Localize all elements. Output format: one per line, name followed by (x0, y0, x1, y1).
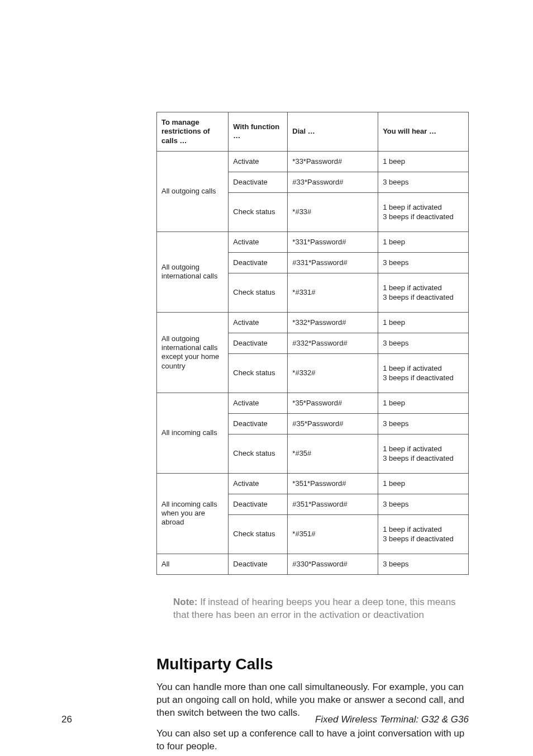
cell-hear: 1 beep (378, 231, 469, 252)
cell-dial: *#33# (288, 193, 378, 232)
table-row: All incoming calls when you are abroad A… (157, 473, 469, 494)
cell-dial: *35*Password# (288, 393, 378, 413)
group-label: All outgoing calls (157, 151, 229, 231)
body-paragraph-2: You can also set up a conference call to… (156, 727, 469, 753)
cell-dial: #35*Password# (288, 414, 378, 434)
group-label: All outgoing international calls (157, 231, 229, 312)
group-label: All (157, 554, 229, 574)
cell-dial: *#35# (288, 434, 378, 474)
cell-func: Check status (229, 273, 288, 313)
page-footer: 26 Fixed Wireless Terminal: G32 & G36 (61, 714, 469, 725)
cell-hear: 1 beep if activated3 beeps if deactivate… (378, 515, 469, 554)
cell-func: Deactivate (229, 172, 288, 193)
header-col2: With function … (229, 112, 288, 152)
group-label: All incoming calls when you are abroad (157, 473, 229, 554)
cell-hear: 1 beep if activated3 beeps if deactivate… (378, 354, 469, 393)
cell-func: Check status (229, 434, 288, 474)
table-row: All incoming calls Activate *35*Password… (157, 393, 469, 413)
group-label: All outgoing international calls except … (157, 312, 229, 393)
cell-func: Deactivate (229, 554, 288, 574)
cell-hear: 1 beep (378, 393, 469, 413)
header-col1: To manage restrictions of calls … (157, 112, 229, 152)
cell-func: Activate (229, 473, 288, 494)
table-row: All outgoing international calls Activat… (157, 231, 469, 252)
cell-hear: 3 beeps (378, 172, 469, 193)
cell-func: Deactivate (229, 494, 288, 515)
cell-func: Deactivate (229, 333, 288, 354)
cell-dial: #332*Password# (288, 333, 378, 354)
section-heading: Multiparty Calls (156, 655, 469, 673)
cell-func: Check status (229, 354, 288, 393)
cell-func: Activate (229, 393, 288, 413)
cell-dial: *#351# (288, 515, 378, 554)
cell-func: Deactivate (229, 414, 288, 434)
cell-func: Activate (229, 151, 288, 172)
cell-dial: *331*Password# (288, 231, 378, 252)
restrictions-table: To manage restrictions of calls … With f… (156, 112, 469, 575)
cell-hear: 3 beeps (378, 253, 469, 273)
cell-func: Check status (229, 193, 288, 232)
header-col4: You will hear … (378, 112, 469, 152)
cell-hear: 1 beep (378, 473, 469, 494)
table-row: All outgoing calls Activate *33*Password… (157, 151, 469, 172)
cell-hear: 3 beeps (378, 494, 469, 515)
cell-hear: 1 beep if activated3 beeps if deactivate… (378, 193, 469, 232)
cell-hear: 1 beep (378, 151, 469, 172)
cell-hear: 1 beep if activated3 beeps if deactivate… (378, 273, 469, 313)
cell-hear: 3 beeps (378, 554, 469, 574)
cell-hear: 3 beeps (378, 414, 469, 434)
cell-func: Check status (229, 515, 288, 554)
table-row: All outgoing international calls except … (157, 312, 469, 333)
note-label: Note: (173, 597, 197, 607)
cell-dial: *#331# (288, 273, 378, 313)
cell-dial: *351*Password# (288, 473, 378, 494)
table-row: All Deactivate #330*Password# 3 beeps (157, 554, 469, 574)
cell-dial: #331*Password# (288, 253, 378, 273)
footer-title: Fixed Wireless Terminal: G32 & G36 (315, 714, 469, 725)
cell-dial: #33*Password# (288, 172, 378, 193)
cell-dial: *332*Password# (288, 312, 378, 333)
group-label: All incoming calls (157, 393, 229, 473)
note-block: Note: If instead of hearing beeps you he… (173, 596, 469, 622)
cell-hear: 3 beeps (378, 333, 469, 354)
cell-func: Deactivate (229, 253, 288, 273)
note-text: If instead of hearing beeps you hear a d… (173, 597, 456, 620)
cell-dial: #351*Password# (288, 494, 378, 515)
table-header-row: To manage restrictions of calls … With f… (157, 112, 469, 152)
cell-dial: #330*Password# (288, 554, 378, 574)
cell-func: Activate (229, 231, 288, 252)
cell-hear: 1 beep (378, 312, 469, 333)
cell-dial: *#332# (288, 354, 378, 393)
cell-dial: *33*Password# (288, 151, 378, 172)
cell-hear: 1 beep if activated3 beeps if deactivate… (378, 434, 469, 474)
page-number: 26 (61, 714, 72, 725)
cell-func: Activate (229, 312, 288, 333)
header-col3: Dial … (288, 112, 378, 152)
